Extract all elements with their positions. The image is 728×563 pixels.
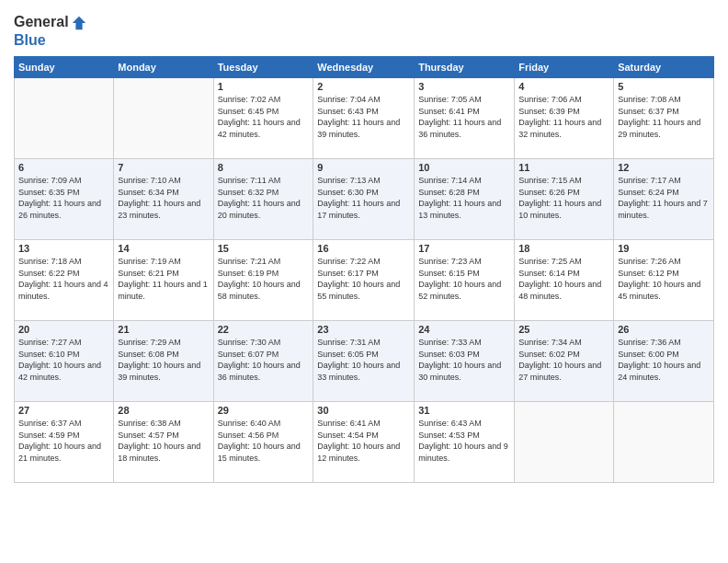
calendar-cell: 17Sunrise: 7:23 AM Sunset: 6:15 PM Dayli… xyxy=(415,239,515,320)
day-info: Sunrise: 6:43 AM Sunset: 4:53 PM Dayligh… xyxy=(418,418,510,464)
day-number: 23 xyxy=(317,324,410,335)
day-info: Sunrise: 7:22 AM Sunset: 6:17 PM Dayligh… xyxy=(317,256,410,302)
day-info: Sunrise: 7:08 AM Sunset: 6:37 PM Dayligh… xyxy=(618,94,710,140)
calendar-cell xyxy=(515,401,614,482)
calendar-cell: 5Sunrise: 7:08 AM Sunset: 6:37 PM Daylig… xyxy=(614,77,714,158)
calendar-week-2: 6Sunrise: 7:09 AM Sunset: 6:35 PM Daylig… xyxy=(15,158,714,239)
day-number: 9 xyxy=(317,162,410,173)
calendar-week-3: 13Sunrise: 7:18 AM Sunset: 6:22 PM Dayli… xyxy=(15,239,714,320)
day-info: Sunrise: 7:25 AM Sunset: 6:14 PM Dayligh… xyxy=(518,256,609,302)
calendar-cell: 14Sunrise: 7:19 AM Sunset: 6:21 PM Dayli… xyxy=(114,239,213,320)
weekday-header-monday: Monday xyxy=(114,56,213,77)
day-number: 18 xyxy=(518,243,609,254)
day-number: 28 xyxy=(118,405,209,416)
day-info: Sunrise: 7:21 AM Sunset: 6:19 PM Dayligh… xyxy=(218,256,310,302)
day-info: Sunrise: 7:06 AM Sunset: 6:39 PM Dayligh… xyxy=(518,94,609,140)
day-number: 17 xyxy=(418,243,510,254)
calendar-header: SundayMondayTuesdayWednesdayThursdayFrid… xyxy=(15,56,714,77)
calendar-cell: 30Sunrise: 6:41 AM Sunset: 4:54 PM Dayli… xyxy=(313,401,415,482)
day-number: 15 xyxy=(218,243,310,254)
calendar-cell: 18Sunrise: 7:25 AM Sunset: 6:14 PM Dayli… xyxy=(515,239,614,320)
day-number: 14 xyxy=(118,243,209,254)
calendar-cell: 8Sunrise: 7:11 AM Sunset: 6:32 PM Daylig… xyxy=(213,158,313,239)
day-number: 22 xyxy=(218,324,310,335)
day-info: Sunrise: 7:11 AM Sunset: 6:32 PM Dayligh… xyxy=(218,175,310,221)
day-number: 4 xyxy=(518,81,609,92)
day-number: 6 xyxy=(18,162,109,173)
day-number: 29 xyxy=(218,405,310,416)
calendar-cell: 2Sunrise: 7:04 AM Sunset: 6:43 PM Daylig… xyxy=(313,77,415,158)
day-info: Sunrise: 6:38 AM Sunset: 4:57 PM Dayligh… xyxy=(118,418,209,464)
weekday-header-sunday: Sunday xyxy=(15,56,114,77)
day-number: 7 xyxy=(118,162,209,173)
calendar-cell: 4Sunrise: 7:06 AM Sunset: 6:39 PM Daylig… xyxy=(515,77,614,158)
day-info: Sunrise: 7:19 AM Sunset: 6:21 PM Dayligh… xyxy=(118,256,209,302)
calendar-cell: 25Sunrise: 7:34 AM Sunset: 6:02 PM Dayli… xyxy=(515,320,614,401)
day-number: 24 xyxy=(418,324,510,335)
day-number: 2 xyxy=(317,81,410,92)
calendar-cell: 7Sunrise: 7:10 AM Sunset: 6:34 PM Daylig… xyxy=(114,158,213,239)
day-number: 11 xyxy=(518,162,609,173)
day-info: Sunrise: 7:13 AM Sunset: 6:30 PM Dayligh… xyxy=(317,175,410,221)
calendar-cell: 31Sunrise: 6:43 AM Sunset: 4:53 PM Dayli… xyxy=(415,401,515,482)
day-number: 12 xyxy=(618,162,710,173)
svg-marker-0 xyxy=(72,17,85,29)
day-info: Sunrise: 7:14 AM Sunset: 6:28 PM Dayligh… xyxy=(418,175,510,221)
calendar-table: SundayMondayTuesdayWednesdayThursdayFrid… xyxy=(14,56,714,483)
logo-blue: Blue xyxy=(14,31,87,49)
day-number: 1 xyxy=(218,81,310,92)
day-number: 13 xyxy=(18,243,109,254)
day-number: 26 xyxy=(618,324,710,335)
calendar-cell: 19Sunrise: 7:26 AM Sunset: 6:12 PM Dayli… xyxy=(614,239,714,320)
day-info: Sunrise: 7:36 AM Sunset: 6:00 PM Dayligh… xyxy=(618,337,710,383)
day-number: 21 xyxy=(118,324,209,335)
day-info: Sunrise: 7:10 AM Sunset: 6:34 PM Dayligh… xyxy=(118,175,209,221)
day-info: Sunrise: 7:17 AM Sunset: 6:24 PM Dayligh… xyxy=(618,175,710,221)
calendar-cell xyxy=(614,401,714,482)
day-number: 16 xyxy=(317,243,410,254)
day-info: Sunrise: 7:27 AM Sunset: 6:10 PM Dayligh… xyxy=(18,337,109,383)
calendar-cell: 27Sunrise: 6:37 AM Sunset: 4:59 PM Dayli… xyxy=(15,401,114,482)
day-info: Sunrise: 7:34 AM Sunset: 6:02 PM Dayligh… xyxy=(518,337,609,383)
calendar-cell xyxy=(15,77,114,158)
logo: General Blue xyxy=(14,13,87,49)
day-info: Sunrise: 7:09 AM Sunset: 6:35 PM Dayligh… xyxy=(18,175,109,221)
calendar-cell: 16Sunrise: 7:22 AM Sunset: 6:17 PM Dayli… xyxy=(313,239,415,320)
calendar-cell: 22Sunrise: 7:30 AM Sunset: 6:07 PM Dayli… xyxy=(213,320,313,401)
weekday-header-wednesday: Wednesday xyxy=(313,56,415,77)
calendar-week-5: 27Sunrise: 6:37 AM Sunset: 4:59 PM Dayli… xyxy=(15,401,714,482)
calendar-cell: 12Sunrise: 7:17 AM Sunset: 6:24 PM Dayli… xyxy=(614,158,714,239)
calendar-cell: 1Sunrise: 7:02 AM Sunset: 6:45 PM Daylig… xyxy=(213,77,313,158)
day-number: 27 xyxy=(18,405,109,416)
calendar-cell: 10Sunrise: 7:14 AM Sunset: 6:28 PM Dayli… xyxy=(415,158,515,239)
calendar-cell: 28Sunrise: 6:38 AM Sunset: 4:57 PM Dayli… xyxy=(114,401,213,482)
calendar-cell: 21Sunrise: 7:29 AM Sunset: 6:08 PM Dayli… xyxy=(114,320,213,401)
weekday-header-tuesday: Tuesday xyxy=(213,56,313,77)
calendar-cell xyxy=(114,77,213,158)
day-number: 5 xyxy=(618,81,710,92)
day-info: Sunrise: 7:15 AM Sunset: 6:26 PM Dayligh… xyxy=(518,175,609,221)
day-info: Sunrise: 7:18 AM Sunset: 6:22 PM Dayligh… xyxy=(18,256,109,302)
day-number: 10 xyxy=(418,162,510,173)
calendar-week-1: 1Sunrise: 7:02 AM Sunset: 6:45 PM Daylig… xyxy=(15,77,714,158)
day-info: Sunrise: 7:29 AM Sunset: 6:08 PM Dayligh… xyxy=(118,337,209,383)
day-info: Sunrise: 7:30 AM Sunset: 6:07 PM Dayligh… xyxy=(218,337,310,383)
day-number: 30 xyxy=(317,405,410,416)
day-info: Sunrise: 7:26 AM Sunset: 6:12 PM Dayligh… xyxy=(618,256,710,302)
day-info: Sunrise: 7:05 AM Sunset: 6:41 PM Dayligh… xyxy=(418,94,510,140)
calendar-cell: 29Sunrise: 6:40 AM Sunset: 4:56 PM Dayli… xyxy=(213,401,313,482)
page-header: General Blue xyxy=(14,9,714,49)
calendar-cell: 23Sunrise: 7:31 AM Sunset: 6:05 PM Dayli… xyxy=(313,320,415,401)
day-number: 8 xyxy=(218,162,310,173)
calendar-week-4: 20Sunrise: 7:27 AM Sunset: 6:10 PM Dayli… xyxy=(15,320,714,401)
day-info: Sunrise: 7:31 AM Sunset: 6:05 PM Dayligh… xyxy=(317,337,410,383)
calendar-cell: 6Sunrise: 7:09 AM Sunset: 6:35 PM Daylig… xyxy=(15,158,114,239)
day-info: Sunrise: 7:04 AM Sunset: 6:43 PM Dayligh… xyxy=(317,94,410,140)
calendar-cell: 24Sunrise: 7:33 AM Sunset: 6:03 PM Dayli… xyxy=(415,320,515,401)
day-number: 31 xyxy=(418,405,510,416)
weekday-header-thursday: Thursday xyxy=(415,56,515,77)
day-info: Sunrise: 7:33 AM Sunset: 6:03 PM Dayligh… xyxy=(418,337,510,383)
calendar-cell: 9Sunrise: 7:13 AM Sunset: 6:30 PM Daylig… xyxy=(313,158,415,239)
day-info: Sunrise: 6:41 AM Sunset: 4:54 PM Dayligh… xyxy=(317,418,410,464)
calendar-cell: 26Sunrise: 7:36 AM Sunset: 6:00 PM Dayli… xyxy=(614,320,714,401)
